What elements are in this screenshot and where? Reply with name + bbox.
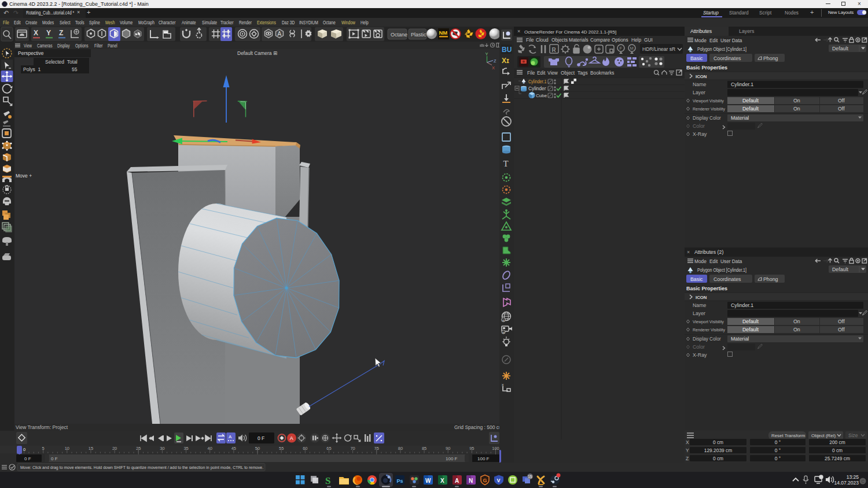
svg-text:Color: Color: [693, 123, 705, 129]
svg-text:Tracker: Tracker: [220, 20, 234, 25]
svg-text:Y: Y: [486, 51, 488, 57]
svg-text:35: 35: [183, 446, 188, 451]
svg-text:Window: Window: [341, 20, 355, 25]
svg-text:Plastic: Plastic: [411, 32, 426, 38]
svg-text:Mesh: Mesh: [105, 20, 115, 25]
svg-text:15: 15: [528, 475, 532, 479]
svg-text:0: 0: [23, 447, 25, 452]
svg-text:Layer: Layer: [693, 90, 705, 95]
svg-text:Octane: Octane: [323, 20, 336, 25]
svg-text:Renderer Visibility: Renderer Visibility: [693, 106, 725, 112]
svg-text:65: 65: [326, 446, 331, 451]
svg-text:File: File: [3, 20, 9, 25]
svg-text:200 cm: 200 cm: [829, 439, 845, 445]
svg-text:On: On: [793, 98, 800, 103]
svg-text:0 cm: 0 cm: [713, 456, 723, 461]
svg-text:Phong: Phong: [763, 56, 778, 61]
svg-text:Help: Help: [631, 37, 641, 43]
svg-text:V: V: [497, 478, 501, 483]
svg-text:40: 40: [208, 446, 212, 451]
svg-text:NM: NM: [439, 29, 448, 36]
svg-text:Spline: Spline: [89, 20, 100, 25]
svg-text:Options: Options: [612, 37, 628, 43]
svg-text:Filter: Filter: [94, 43, 103, 49]
svg-text:File: File: [527, 70, 535, 76]
svg-text:ICON: ICON: [696, 74, 707, 79]
svg-text:Bookmarks: Bookmarks: [590, 70, 615, 76]
svg-text:0 F: 0 F: [258, 435, 264, 441]
svg-text:Help: Help: [361, 20, 369, 25]
svg-text:User Data: User Data: [720, 38, 742, 43]
svg-text:0 cm: 0 cm: [832, 448, 843, 453]
svg-text:N: N: [469, 478, 473, 484]
svg-text:15: 15: [89, 446, 93, 451]
svg-text:INSYDIUM: INSYDIUM: [299, 20, 318, 25]
svg-text:X: X: [34, 29, 38, 37]
svg-text:Panel: Panel: [108, 43, 117, 49]
svg-text:Materials: Materials: [569, 37, 589, 43]
svg-text:Edit: Edit: [537, 70, 546, 76]
svg-text:On: On: [793, 106, 800, 112]
svg-text:100 F: 100 F: [477, 456, 490, 461]
svg-text:Y: Y: [686, 448, 689, 453]
svg-text:M: M: [630, 46, 634, 51]
svg-text:Simulate: Simulate: [202, 20, 217, 25]
svg-text:85: 85: [422, 446, 426, 451]
svg-text:Polygon Object [Cylinder.1]: Polygon Object [Cylinder.1]: [697, 46, 746, 52]
svg-text:Size: Size: [848, 432, 858, 438]
svg-text:Compare: Compare: [590, 37, 610, 43]
svg-text:Tools: Tools: [75, 20, 84, 25]
svg-text:Z: Z: [686, 456, 689, 461]
svg-text:Reset Transform: Reset Transform: [771, 433, 806, 438]
svg-text:OctaneRender For Cinema 4D 202: OctaneRender For Cinema 4D 2022.1.1-[R5]: [524, 29, 616, 35]
svg-text:95: 95: [469, 446, 474, 451]
svg-text:Select: Select: [60, 20, 71, 25]
svg-text:Display Color: Display Color: [693, 116, 721, 121]
svg-text:Basic Properties: Basic Properties: [686, 65, 727, 71]
svg-text:Object: Object: [561, 70, 575, 76]
svg-text:View: View: [24, 43, 32, 49]
svg-text:×: ×: [517, 28, 520, 34]
svg-text:Name: Name: [693, 82, 707, 87]
svg-text:Tags: Tags: [578, 70, 588, 76]
svg-text:Z: Z: [494, 58, 496, 64]
svg-text:Default: Default: [832, 46, 848, 51]
svg-text:Create: Create: [25, 20, 37, 25]
svg-text:Basic: Basic: [690, 56, 703, 61]
svg-text:X: X: [492, 65, 495, 71]
svg-text:Object (Rel): Object (Rel): [811, 433, 836, 438]
svg-text:Objects: Objects: [551, 37, 568, 43]
svg-text:Viewport Visibility: Viewport Visibility: [693, 98, 724, 104]
svg-text:G: G: [483, 478, 487, 483]
svg-text:X: X: [440, 478, 444, 484]
svg-text:Cylinder: Cylinder: [528, 86, 546, 91]
svg-text:X-Ray: X-Ray: [693, 131, 707, 137]
svg-text:Edit: Edit: [709, 38, 718, 43]
svg-text:80: 80: [398, 446, 403, 451]
svg-text:5: 5: [42, 446, 45, 451]
svg-text:75: 75: [374, 446, 379, 451]
svg-text:MoGraph: MoGraph: [138, 20, 155, 25]
svg-text:X: X: [686, 439, 689, 445]
svg-text:A: A: [290, 435, 293, 441]
svg-text:A: A: [455, 478, 459, 484]
svg-text:Animate: Animate: [182, 20, 196, 25]
svg-text:100: 100: [492, 446, 499, 451]
svg-text:Edit: Edit: [14, 20, 21, 25]
svg-text:Coordinates: Coordinates: [713, 56, 741, 61]
svg-text:30: 30: [160, 446, 164, 451]
svg-text:A: A: [278, 31, 282, 37]
svg-text:Cylinder.1: Cylinder.1: [731, 82, 753, 87]
svg-text:Cylinder.1: Cylinder.1: [528, 79, 546, 84]
svg-text:Options: Options: [75, 43, 89, 49]
svg-text:0 cm: 0 cm: [713, 439, 723, 445]
svg-text:13:25: 13:25: [847, 474, 859, 480]
svg-text:Extensions: Extensions: [257, 20, 276, 25]
svg-text:14.07.2023: 14.07.2023: [834, 480, 859, 486]
svg-text:View: View: [547, 70, 558, 76]
svg-text:C: C: [862, 479, 865, 484]
svg-text:st: st: [502, 331, 505, 334]
svg-text:Xɪ: Xɪ: [502, 57, 509, 65]
svg-text:60: 60: [303, 446, 307, 451]
svg-text:Move: Click and drag to move e: Move: Click and drag to move elements. H…: [20, 465, 263, 470]
